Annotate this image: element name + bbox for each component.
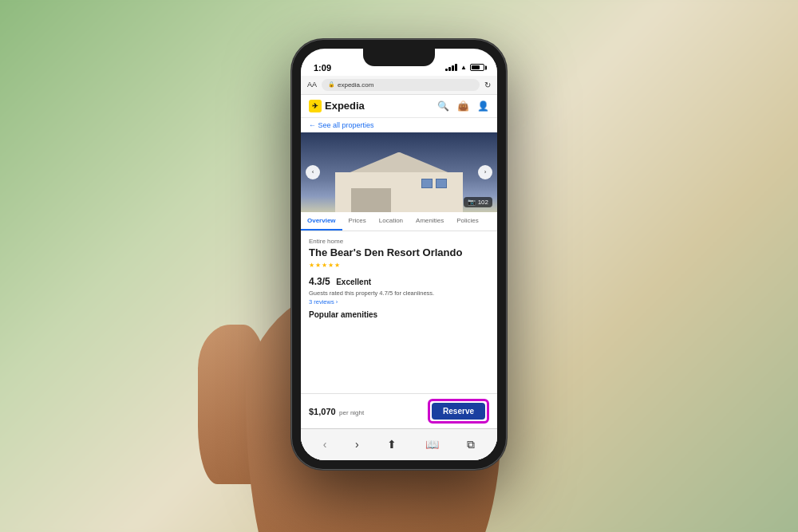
image-count-text: 📷 102 xyxy=(468,199,488,206)
search-icon[interactable]: 🔍 xyxy=(437,100,449,112)
house-illustration xyxy=(327,152,471,212)
signal-bars-icon xyxy=(445,64,457,71)
tab-amenities[interactable]: Amenities xyxy=(409,212,450,231)
back-link[interactable]: ← See all properties xyxy=(301,118,497,132)
star-5: ★ xyxy=(334,262,340,269)
image-next-button[interactable]: › xyxy=(478,165,492,179)
property-name: The Bear's Den Resort Orlando xyxy=(309,246,489,259)
property-type: Entire home xyxy=(309,238,489,245)
battery-icon xyxy=(470,64,484,71)
safari-share-icon[interactable]: ⬆ xyxy=(387,438,397,451)
browser-bar[interactable]: AA 🔒 expedia.com ↻ xyxy=(301,76,497,95)
phone-device: 1:09 ▲ xyxy=(291,39,507,470)
phone-content: 1:09 ▲ xyxy=(301,49,497,460)
browser-aa-label[interactable]: AA xyxy=(307,81,317,89)
header-icons: 🔍 👜 👤 xyxy=(437,100,489,112)
star-rating: ★ ★ ★ ★ ★ xyxy=(309,262,489,269)
expedia-badge-icon: ✈ xyxy=(309,100,322,112)
phone-notch xyxy=(363,49,435,66)
house-body xyxy=(335,172,463,212)
tab-prices[interactable]: Prices xyxy=(342,212,373,231)
back-link-text: ← See all properties xyxy=(309,121,374,129)
rating-description: Guests rated this property 4.7/5 for cle… xyxy=(309,290,489,297)
price-amount: $1,070 xyxy=(309,407,336,416)
star-1: ★ xyxy=(309,262,314,269)
expedia-logo-text: Expedia xyxy=(325,100,365,112)
property-image: ‹ › 📷 102 xyxy=(301,132,497,212)
url-text: expedia.com xyxy=(338,81,373,89)
star-2: ★ xyxy=(315,262,321,269)
house-windows xyxy=(421,179,447,188)
lock-icon: 🔒 xyxy=(328,81,335,88)
tab-policies[interactable]: Policies xyxy=(450,212,485,231)
tab-location[interactable]: Location xyxy=(373,212,409,231)
bottom-price-bar: $1,070 per night Reserve xyxy=(301,393,497,428)
star-4: ★ xyxy=(328,262,334,269)
wifi-icon: ▲ xyxy=(460,64,467,71)
house-window xyxy=(421,179,433,188)
rating-label: Excellent xyxy=(336,278,371,286)
rating-section: 4.3/5 Excellent Guests rated this proper… xyxy=(309,274,489,305)
battery-fill xyxy=(472,65,480,69)
star-3: ★ xyxy=(322,262,327,269)
amenities-title: Popular amenities xyxy=(309,310,489,319)
rating-score: 4.3/5 xyxy=(309,276,330,287)
bag-icon[interactable]: 👜 xyxy=(457,100,469,112)
browser-url-bar[interactable]: 🔒 expedia.com xyxy=(322,79,480,91)
safari-forward-icon[interactable]: › xyxy=(355,438,359,451)
safari-back-icon[interactable]: ‹ xyxy=(323,438,327,451)
reviews-link[interactable]: 3 reviews › xyxy=(309,298,489,305)
tabs-bar: Overview Prices Location Amenities Polic… xyxy=(301,212,497,231)
image-prev-button[interactable]: ‹ xyxy=(306,165,320,179)
safari-bottom-bar: ‹ › ⬆ 📖 ⧉ xyxy=(301,428,497,460)
expedia-logo[interactable]: ✈ Expedia xyxy=(309,100,365,112)
status-icons: ▲ xyxy=(445,64,484,71)
phone-frame: 1:09 ▲ xyxy=(291,39,507,470)
status-time: 1:09 xyxy=(314,63,331,73)
account-icon[interactable]: 👤 xyxy=(477,100,489,112)
image-count-badge: 📷 102 xyxy=(464,197,492,207)
expedia-header: ✈ Expedia 🔍 👜 👤 xyxy=(301,95,497,118)
tab-overview[interactable]: Overview xyxy=(301,212,342,231)
refresh-icon[interactable]: ↻ xyxy=(484,81,491,89)
reserve-button-wrapper: Reserve xyxy=(428,399,489,424)
phone-screen: 1:09 ▲ xyxy=(301,49,497,460)
safari-bookmarks-icon[interactable]: 📖 xyxy=(425,438,439,451)
price-display: $1,070 per night xyxy=(309,404,364,418)
house-window xyxy=(436,179,447,188)
per-night-label: per night xyxy=(339,409,364,416)
safari-tabs-icon[interactable]: ⧉ xyxy=(467,438,475,451)
reserve-button[interactable]: Reserve xyxy=(432,403,485,420)
house-garage xyxy=(351,188,391,212)
